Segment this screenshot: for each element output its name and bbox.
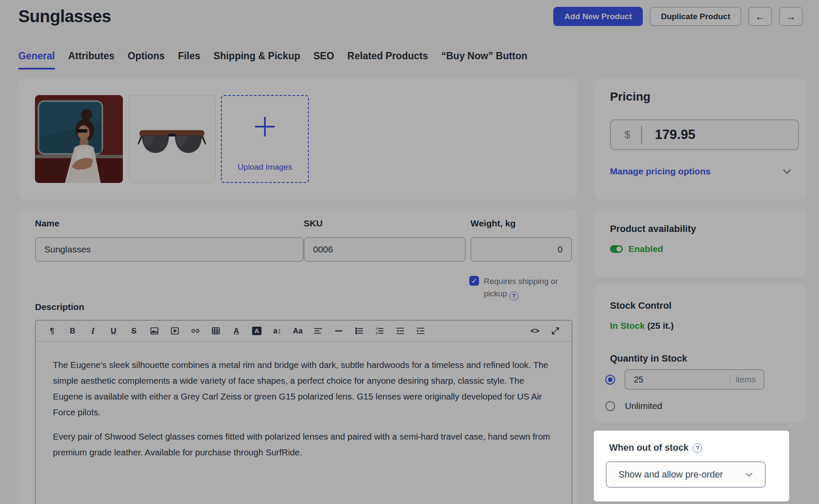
when-out-of-stock-spotlight: When out of stock ? Show and allow pre-o… <box>594 431 789 501</box>
dim-overlay <box>0 0 819 504</box>
when-out-of-stock-header: When out of stock ? <box>609 443 702 453</box>
out-of-stock-select[interactable]: Show and allow pre-order <box>606 461 766 488</box>
help-icon[interactable]: ? <box>693 443 702 453</box>
when-out-of-stock-label: When out of stock <box>609 443 688 453</box>
out-of-stock-selected-option: Show and allow pre-order <box>619 469 723 480</box>
chevron-down-icon <box>743 469 755 480</box>
